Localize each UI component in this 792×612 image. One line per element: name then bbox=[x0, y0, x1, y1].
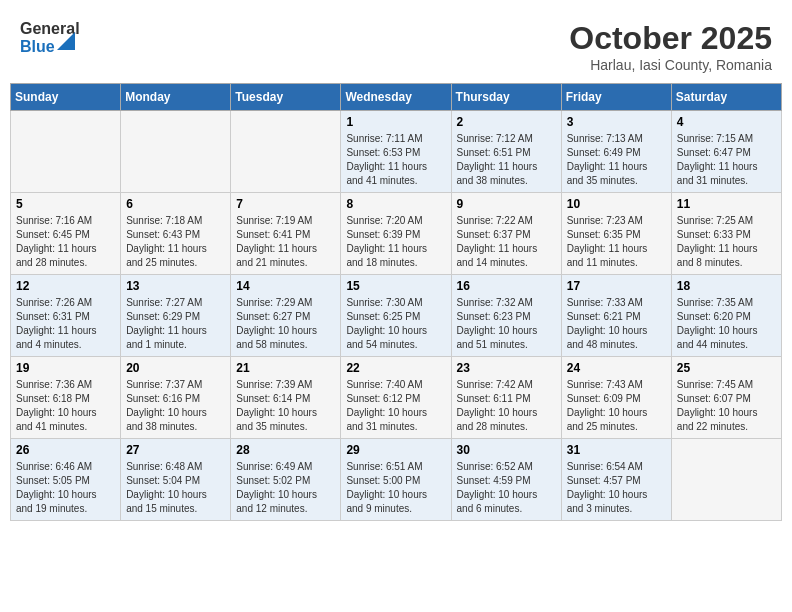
day-number: 25 bbox=[677, 361, 776, 375]
calendar-week-row: 12Sunrise: 7:26 AMSunset: 6:31 PMDayligh… bbox=[11, 275, 782, 357]
calendar-day-cell bbox=[121, 111, 231, 193]
day-info: Sunrise: 7:37 AMSunset: 6:16 PMDaylight:… bbox=[126, 378, 225, 434]
calendar-day-cell: 7Sunrise: 7:19 AMSunset: 6:41 PMDaylight… bbox=[231, 193, 341, 275]
day-info: Sunrise: 7:27 AMSunset: 6:29 PMDaylight:… bbox=[126, 296, 225, 352]
calendar-day-cell: 5Sunrise: 7:16 AMSunset: 6:45 PMDaylight… bbox=[11, 193, 121, 275]
day-number: 7 bbox=[236, 197, 335, 211]
day-number: 19 bbox=[16, 361, 115, 375]
day-number: 11 bbox=[677, 197, 776, 211]
day-info: Sunrise: 7:35 AMSunset: 6:20 PMDaylight:… bbox=[677, 296, 776, 352]
day-info: Sunrise: 7:19 AMSunset: 6:41 PMDaylight:… bbox=[236, 214, 335, 270]
calendar-day-cell: 30Sunrise: 6:52 AMSunset: 4:59 PMDayligh… bbox=[451, 439, 561, 521]
logo-triangle-icon bbox=[57, 32, 75, 50]
day-number: 10 bbox=[567, 197, 666, 211]
calendar-week-row: 26Sunrise: 6:46 AMSunset: 5:05 PMDayligh… bbox=[11, 439, 782, 521]
day-header-friday: Friday bbox=[561, 84, 671, 111]
day-info: Sunrise: 7:45 AMSunset: 6:07 PMDaylight:… bbox=[677, 378, 776, 434]
day-number: 15 bbox=[346, 279, 445, 293]
calendar-day-cell: 12Sunrise: 7:26 AMSunset: 6:31 PMDayligh… bbox=[11, 275, 121, 357]
day-info: Sunrise: 6:48 AMSunset: 5:04 PMDaylight:… bbox=[126, 460, 225, 516]
day-number: 29 bbox=[346, 443, 445, 457]
calendar-day-cell: 17Sunrise: 7:33 AMSunset: 6:21 PMDayligh… bbox=[561, 275, 671, 357]
day-info: Sunrise: 7:43 AMSunset: 6:09 PMDaylight:… bbox=[567, 378, 666, 434]
calendar-day-cell: 19Sunrise: 7:36 AMSunset: 6:18 PMDayligh… bbox=[11, 357, 121, 439]
calendar-day-cell: 6Sunrise: 7:18 AMSunset: 6:43 PMDaylight… bbox=[121, 193, 231, 275]
calendar-day-cell bbox=[671, 439, 781, 521]
calendar-day-cell: 2Sunrise: 7:12 AMSunset: 6:51 PMDaylight… bbox=[451, 111, 561, 193]
calendar-day-cell: 26Sunrise: 6:46 AMSunset: 5:05 PMDayligh… bbox=[11, 439, 121, 521]
day-info: Sunrise: 7:32 AMSunset: 6:23 PMDaylight:… bbox=[457, 296, 556, 352]
day-info: Sunrise: 6:54 AMSunset: 4:57 PMDaylight:… bbox=[567, 460, 666, 516]
day-number: 27 bbox=[126, 443, 225, 457]
calendar-day-cell: 28Sunrise: 6:49 AMSunset: 5:02 PMDayligh… bbox=[231, 439, 341, 521]
day-number: 13 bbox=[126, 279, 225, 293]
day-info: Sunrise: 7:26 AMSunset: 6:31 PMDaylight:… bbox=[16, 296, 115, 352]
calendar-day-cell: 8Sunrise: 7:20 AMSunset: 6:39 PMDaylight… bbox=[341, 193, 451, 275]
day-info: Sunrise: 7:40 AMSunset: 6:12 PMDaylight:… bbox=[346, 378, 445, 434]
day-info: Sunrise: 7:12 AMSunset: 6:51 PMDaylight:… bbox=[457, 132, 556, 188]
day-header-monday: Monday bbox=[121, 84, 231, 111]
logo: General Blue bbox=[20, 20, 80, 56]
calendar-week-row: 5Sunrise: 7:16 AMSunset: 6:45 PMDaylight… bbox=[11, 193, 782, 275]
calendar-day-cell: 25Sunrise: 7:45 AMSunset: 6:07 PMDayligh… bbox=[671, 357, 781, 439]
day-info: Sunrise: 6:52 AMSunset: 4:59 PMDaylight:… bbox=[457, 460, 556, 516]
calendar-day-cell: 29Sunrise: 6:51 AMSunset: 5:00 PMDayligh… bbox=[341, 439, 451, 521]
calendar-day-cell: 1Sunrise: 7:11 AMSunset: 6:53 PMDaylight… bbox=[341, 111, 451, 193]
day-info: Sunrise: 6:49 AMSunset: 5:02 PMDaylight:… bbox=[236, 460, 335, 516]
day-number: 26 bbox=[16, 443, 115, 457]
day-info: Sunrise: 6:51 AMSunset: 5:00 PMDaylight:… bbox=[346, 460, 445, 516]
calendar-day-cell: 24Sunrise: 7:43 AMSunset: 6:09 PMDayligh… bbox=[561, 357, 671, 439]
page-header: General Blue October 2025 Harlau, Iasi C… bbox=[10, 10, 782, 78]
day-info: Sunrise: 7:36 AMSunset: 6:18 PMDaylight:… bbox=[16, 378, 115, 434]
calendar-day-cell: 4Sunrise: 7:15 AMSunset: 6:47 PMDaylight… bbox=[671, 111, 781, 193]
day-number: 21 bbox=[236, 361, 335, 375]
day-header-saturday: Saturday bbox=[671, 84, 781, 111]
calendar-day-cell: 10Sunrise: 7:23 AMSunset: 6:35 PMDayligh… bbox=[561, 193, 671, 275]
svg-marker-0 bbox=[57, 32, 75, 50]
calendar-day-cell: 27Sunrise: 6:48 AMSunset: 5:04 PMDayligh… bbox=[121, 439, 231, 521]
calendar-day-cell: 11Sunrise: 7:25 AMSunset: 6:33 PMDayligh… bbox=[671, 193, 781, 275]
calendar-day-cell: 16Sunrise: 7:32 AMSunset: 6:23 PMDayligh… bbox=[451, 275, 561, 357]
day-number: 14 bbox=[236, 279, 335, 293]
day-info: Sunrise: 7:16 AMSunset: 6:45 PMDaylight:… bbox=[16, 214, 115, 270]
day-number: 6 bbox=[126, 197, 225, 211]
day-number: 5 bbox=[16, 197, 115, 211]
calendar-day-cell: 13Sunrise: 7:27 AMSunset: 6:29 PMDayligh… bbox=[121, 275, 231, 357]
day-number: 30 bbox=[457, 443, 556, 457]
calendar-day-cell: 22Sunrise: 7:40 AMSunset: 6:12 PMDayligh… bbox=[341, 357, 451, 439]
calendar-table: SundayMondayTuesdayWednesdayThursdayFrid… bbox=[10, 83, 782, 521]
day-info: Sunrise: 7:33 AMSunset: 6:21 PMDaylight:… bbox=[567, 296, 666, 352]
day-info: Sunrise: 7:11 AMSunset: 6:53 PMDaylight:… bbox=[346, 132, 445, 188]
day-number: 2 bbox=[457, 115, 556, 129]
logo-text: General Blue bbox=[20, 20, 80, 56]
day-info: Sunrise: 7:22 AMSunset: 6:37 PMDaylight:… bbox=[457, 214, 556, 270]
calendar-day-cell bbox=[231, 111, 341, 193]
day-header-sunday: Sunday bbox=[11, 84, 121, 111]
day-number: 22 bbox=[346, 361, 445, 375]
logo-blue: Blue bbox=[20, 38, 55, 56]
day-info: Sunrise: 7:13 AMSunset: 6:49 PMDaylight:… bbox=[567, 132, 666, 188]
day-number: 9 bbox=[457, 197, 556, 211]
calendar-day-cell: 3Sunrise: 7:13 AMSunset: 6:49 PMDaylight… bbox=[561, 111, 671, 193]
day-number: 12 bbox=[16, 279, 115, 293]
day-info: Sunrise: 7:23 AMSunset: 6:35 PMDaylight:… bbox=[567, 214, 666, 270]
day-info: Sunrise: 7:18 AMSunset: 6:43 PMDaylight:… bbox=[126, 214, 225, 270]
day-number: 4 bbox=[677, 115, 776, 129]
calendar-day-cell: 15Sunrise: 7:30 AMSunset: 6:25 PMDayligh… bbox=[341, 275, 451, 357]
day-header-tuesday: Tuesday bbox=[231, 84, 341, 111]
calendar-day-cell: 31Sunrise: 6:54 AMSunset: 4:57 PMDayligh… bbox=[561, 439, 671, 521]
day-number: 8 bbox=[346, 197, 445, 211]
calendar-week-row: 19Sunrise: 7:36 AMSunset: 6:18 PMDayligh… bbox=[11, 357, 782, 439]
calendar-day-cell: 21Sunrise: 7:39 AMSunset: 6:14 PMDayligh… bbox=[231, 357, 341, 439]
day-info: Sunrise: 7:42 AMSunset: 6:11 PMDaylight:… bbox=[457, 378, 556, 434]
calendar-day-cell: 20Sunrise: 7:37 AMSunset: 6:16 PMDayligh… bbox=[121, 357, 231, 439]
day-info: Sunrise: 7:29 AMSunset: 6:27 PMDaylight:… bbox=[236, 296, 335, 352]
day-number: 3 bbox=[567, 115, 666, 129]
day-info: Sunrise: 7:39 AMSunset: 6:14 PMDaylight:… bbox=[236, 378, 335, 434]
title-section: October 2025 Harlau, Iasi County, Romani… bbox=[569, 20, 772, 73]
day-info: Sunrise: 7:15 AMSunset: 6:47 PMDaylight:… bbox=[677, 132, 776, 188]
day-info: Sunrise: 6:46 AMSunset: 5:05 PMDaylight:… bbox=[16, 460, 115, 516]
calendar-week-row: 1Sunrise: 7:11 AMSunset: 6:53 PMDaylight… bbox=[11, 111, 782, 193]
calendar-header-row: SundayMondayTuesdayWednesdayThursdayFrid… bbox=[11, 84, 782, 111]
day-number: 23 bbox=[457, 361, 556, 375]
